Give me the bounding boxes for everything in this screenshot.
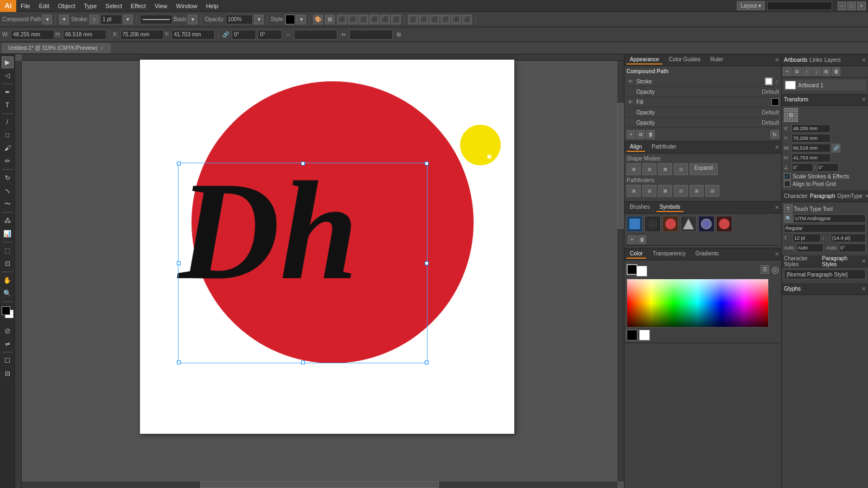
pen-tool[interactable]: ✒: [2, 86, 14, 98]
style-color[interactable]: [285, 15, 295, 24]
type-tool[interactable]: T: [2, 99, 14, 111]
stroke-color-box[interactable]: [765, 78, 773, 85]
t2-h-val[interactable]: 66.518 mm: [63, 30, 106, 40]
align-top[interactable]: ⬛: [369, 15, 379, 24]
tab-brushes[interactable]: Brushes: [627, 203, 653, 212]
maximize-button[interactable]: □: [847, 2, 856, 10]
canvas-tab[interactable]: Untitled-1* @ 319% (CMYK/Preview) ✕: [2, 43, 110, 53]
t2-align-val[interactable]: [294, 30, 337, 40]
pf-unite[interactable]: ⊞: [627, 163, 641, 175]
tr-h-input[interactable]: [792, 153, 831, 162]
tab-layers[interactable]: Layers: [825, 57, 841, 63]
color-menu[interactable]: ☰: [761, 265, 769, 274]
t2-w-val[interactable]: 48.255 mm: [11, 30, 54, 40]
align-bottom[interactable]: ⬛: [391, 15, 401, 24]
touch-type-icon[interactable]: T: [784, 204, 793, 213]
sel-handle-bl[interactable]: [177, 361, 181, 364]
vis-icon-stroke[interactable]: 👁: [627, 78, 634, 85]
tr-r-input[interactable]: [792, 163, 813, 172]
pf-divide[interactable]: ⊞: [627, 185, 641, 197]
direct-select-tool[interactable]: ◁: [2, 69, 14, 81]
font-search-icon[interactable]: 🔍: [784, 214, 793, 223]
distrib-space-h[interactable]: ⬛: [451, 15, 461, 24]
pf-outline[interactable]: ⊞: [690, 185, 704, 197]
reflect-icon[interactable]: ↔: [284, 30, 292, 39]
ab-move-up[interactable]: ↑: [802, 67, 811, 76]
column-graph[interactable]: 📊: [2, 228, 14, 240]
pf-minus-front[interactable]: ⊟: [642, 163, 656, 175]
tab-gradients[interactable]: Gradients: [692, 249, 722, 259]
stroke-dropdown[interactable]: ▾: [123, 15, 133, 24]
hand-tool[interactable]: ✋: [2, 274, 14, 286]
tab-align[interactable]: Align: [627, 143, 645, 152]
ab-move-down[interactable]: ↓: [812, 67, 821, 76]
t2-link2-icon[interactable]: ⇔: [339, 30, 348, 39]
opacity-val-1[interactable]: Default: [762, 89, 779, 95]
menu-search[interactable]: [767, 2, 832, 10]
distrib-v2[interactable]: ⬛: [441, 15, 450, 24]
tr-y-input[interactable]: [792, 134, 831, 143]
menu-help[interactable]: Help: [202, 0, 223, 11]
opacity-dropdown[interactable]: ▾: [254, 15, 264, 24]
sel-handle-br[interactable]: [425, 361, 429, 364]
stroke-value[interactable]: [100, 15, 122, 24]
brush-tool[interactable]: 🖌: [2, 142, 14, 154]
pf-merge[interactable]: ⊠: [658, 185, 672, 197]
symbol-3[interactable]: [662, 216, 679, 232]
menu-effect[interactable]: Effect: [126, 0, 150, 11]
tab-pathfinder[interactable]: Pathfinder: [648, 143, 680, 152]
tab-paragraph[interactable]: Paragraph: [810, 193, 835, 199]
draw-behind[interactable]: ⊟: [2, 368, 14, 380]
tab-paragraph-styles[interactable]: Paragraph Styles: [822, 255, 859, 267]
horizontal-scrollbar[interactable]: [22, 481, 617, 488]
menu-select[interactable]: Select: [101, 0, 126, 11]
layout-button[interactable]: Layout ▾: [737, 1, 765, 10]
symbol-2[interactable]: [644, 216, 661, 232]
brushes-close[interactable]: ✕: [775, 204, 779, 210]
symbol-5[interactable]: [698, 216, 714, 232]
path-type-dropdown[interactable]: ▾: [42, 15, 52, 24]
symbol-6[interactable]: [716, 216, 732, 232]
pf-crop[interactable]: ⊡: [674, 185, 688, 197]
t2-y-val[interactable]: 41.703 mm: [171, 30, 215, 40]
font-name-input[interactable]: [794, 214, 866, 223]
scale-tool[interactable]: ⤡: [2, 185, 14, 197]
pencil-tool[interactable]: ✏: [2, 155, 14, 167]
black-swatch[interactable]: [627, 330, 637, 341]
sel-handle-bc[interactable]: [301, 361, 305, 364]
t2-r-val[interactable]: 0°: [232, 30, 256, 40]
select-tool[interactable]: ▶: [2, 56, 14, 68]
tab-character[interactable]: Character: [784, 193, 808, 199]
brush-new[interactable]: +: [628, 235, 636, 244]
menu-edit[interactable]: Edit: [35, 0, 54, 11]
tab-symbols[interactable]: Symbols: [656, 203, 684, 212]
tr-w-input[interactable]: [792, 144, 831, 152]
opacity-value[interactable]: [226, 15, 253, 24]
tab-opentype[interactable]: OpenType: [838, 193, 863, 199]
auto-input[interactable]: [796, 243, 824, 252]
align-center-h[interactable]: ⬛: [348, 15, 358, 24]
color-spectrum-icon[interactable]: ◎: [771, 265, 779, 275]
style-dropdown[interactable]: ▾: [296, 15, 306, 24]
recolor-icon[interactable]: 🎨: [313, 15, 323, 24]
transform-close[interactable]: ✕: [861, 97, 866, 102]
vis-icon-fill[interactable]: 👁: [627, 98, 634, 106]
close-button[interactable]: ✕: [857, 2, 866, 10]
para-styles-close[interactable]: ✕: [861, 258, 866, 264]
font-style-input[interactable]: [784, 224, 866, 233]
transform-origin-grid[interactable]: [784, 108, 798, 122]
tab-close[interactable]: ✕: [100, 46, 104, 51]
h-scroll-thumb[interactable]: [200, 481, 438, 488]
pf-intersect[interactable]: ⊠: [658, 163, 672, 175]
leading-input[interactable]: [831, 234, 866, 242]
brush-delete[interactable]: 🗑: [637, 235, 646, 244]
link-icon[interactable]: 🔗: [221, 30, 230, 39]
character-close[interactable]: ✕: [865, 193, 868, 199]
color-bg-swatch[interactable]: [636, 266, 647, 277]
tab-artboards[interactable]: Artboards: [784, 57, 807, 63]
scale-strokes-cb[interactable]: ✓: [784, 173, 790, 179]
ab-rearrange[interactable]: ⊞: [822, 67, 831, 76]
dh-text[interactable]: Dh: [178, 160, 411, 333]
warp-tool[interactable]: 〜: [2, 198, 14, 210]
t2-s-val[interactable]: 0°: [258, 30, 282, 40]
